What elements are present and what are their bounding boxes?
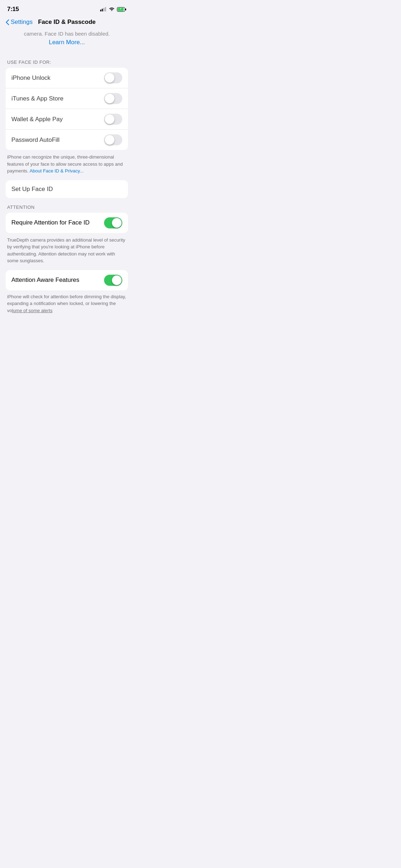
about-face-id-link[interactable]: About Face ID & Privacy... <box>30 168 83 174</box>
iphone-unlock-toggle[interactable] <box>104 72 122 83</box>
status-time: 7:15 <box>7 6 19 13</box>
toggle-knob <box>105 135 114 145</box>
svg-rect-5 <box>125 9 126 10</box>
attention-aware-label: Attention Aware Features <box>11 277 79 284</box>
status-icons <box>100 7 127 12</box>
learn-more-link[interactable]: Learn More... <box>49 39 85 46</box>
nav-bar: Settings Face ID & Passcode <box>0 16 134 30</box>
require-attention-label: Require Attention for Face ID <box>11 219 89 226</box>
wallet-apple-pay-label: Wallet & Apple Pay <box>11 116 63 123</box>
attention-aware-card: Attention Aware Features <box>6 270 128 290</box>
iphone-unlock-label: iPhone Unlock <box>11 74 51 82</box>
toggle-knob <box>105 73 114 83</box>
use-face-id-card: iPhone Unlock iTunes & App Store Wallet … <box>6 68 128 150</box>
signal-icon <box>100 7 107 11</box>
svg-rect-3 <box>105 7 106 11</box>
password-autofill-label: Password AutoFill <box>11 136 60 144</box>
password-autofill-row[interactable]: Password AutoFill <box>6 130 128 150</box>
status-bar: 7:15 <box>0 0 134 16</box>
require-attention-card: Require Attention for Face ID <box>6 213 128 233</box>
itunes-app-store-toggle[interactable] <box>104 93 122 104</box>
top-info-section: camera. Face ID has been disabled. Learn… <box>0 30 134 53</box>
iphone-unlock-row[interactable]: iPhone Unlock <box>6 68 128 88</box>
setup-face-id-card: Set Up Face ID <box>6 180 128 198</box>
toggle-knob <box>112 275 122 285</box>
battery-icon <box>117 7 127 12</box>
back-label: Settings <box>11 19 32 26</box>
setup-face-id-label: Set Up Face ID <box>11 186 53 193</box>
svg-rect-0 <box>100 10 101 11</box>
attention-section-label: ATTENTION <box>0 198 134 213</box>
svg-rect-1 <box>102 9 103 12</box>
top-info-partial-text: camera. Face ID has been disabled. <box>7 30 127 37</box>
wallet-apple-pay-row[interactable]: Wallet & Apple Pay <box>6 109 128 130</box>
require-attention-footer: TrueDepth camera provides an additional … <box>0 233 134 270</box>
require-attention-row[interactable]: Require Attention for Face ID <box>6 213 128 233</box>
require-attention-toggle[interactable] <box>104 217 122 228</box>
setup-face-id-row[interactable]: Set Up Face ID <box>6 180 128 198</box>
face-id-footer: iPhone can recognize the unique, three-d… <box>0 150 134 180</box>
attention-aware-footer: iPhone will check for attention before d… <box>0 290 134 316</box>
itunes-app-store-row[interactable]: iTunes & App Store <box>6 88 128 109</box>
wifi-icon <box>109 7 115 11</box>
back-button[interactable]: Settings <box>6 19 32 26</box>
attention-aware-row[interactable]: Attention Aware Features <box>6 270 128 290</box>
page-title: Face ID & Passcode <box>38 19 96 26</box>
use-face-id-section-label: USE FACE ID FOR: <box>0 53 134 68</box>
svg-rect-2 <box>103 8 104 11</box>
attention-aware-toggle[interactable] <box>104 275 122 286</box>
wallet-apple-pay-toggle[interactable] <box>104 114 122 125</box>
itunes-app-store-label: iTunes & App Store <box>11 95 63 102</box>
toggle-knob <box>105 114 114 124</box>
toggle-knob <box>105 94 114 103</box>
toggle-knob <box>112 218 122 228</box>
back-chevron-icon <box>6 19 9 25</box>
password-autofill-toggle[interactable] <box>104 134 122 145</box>
